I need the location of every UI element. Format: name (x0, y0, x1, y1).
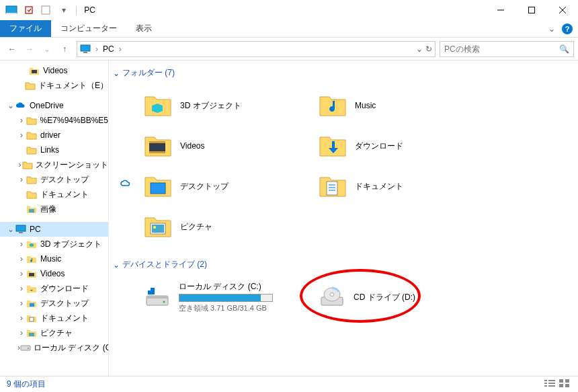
folder-item[interactable]: Videos (113, 126, 288, 166)
tree-caret-icon[interactable]: › (17, 160, 22, 169)
tree-caret-icon[interactable]: › (17, 313, 26, 323)
breadcrumb-pc[interactable]: PC (103, 44, 114, 54)
refresh-icon[interactable]: ↻ (425, 44, 432, 54)
drives-header-label: デバイスとドライブ (2) (122, 259, 207, 270)
folders-header-label: フォルダー (7) (122, 67, 175, 79)
address-bar[interactable]: › PC › ⌄ ↻ (77, 41, 436, 57)
ribbon-expand-icon[interactable]: ⌄ (548, 24, 555, 34)
tree-item[interactable]: ›ローカル ディスク (C (0, 340, 108, 355)
chevron-right-icon[interactable]: › (95, 44, 98, 54)
tab-view[interactable]: 表示 (126, 20, 161, 37)
tree-item[interactable]: ›スクリーンショット (0, 157, 108, 172)
folder-item[interactable]: ピクチャ (113, 206, 288, 247)
tree-item[interactable]: ⌄OneDrive (0, 98, 108, 113)
tree-item-label: driver (40, 130, 60, 140)
window-title: PC (84, 5, 95, 15)
address-actions: ⌄ ↻ (416, 44, 432, 54)
folder-item[interactable]: デスクトップ (113, 166, 288, 206)
tree-item[interactable]: 画像 (0, 202, 108, 217)
tree-item[interactable]: ›Music (0, 251, 108, 266)
address-dropdown-icon[interactable]: ⌄ (416, 44, 423, 54)
folder-item-label: ドキュメント (355, 181, 403, 192)
tree-item[interactable]: ›driver (0, 128, 108, 143)
tree-item-label: スクリーンショット (36, 159, 108, 171)
tree-caret-icon[interactable]: › (17, 254, 26, 264)
qat-caret-icon[interactable]: ▾ (56, 3, 71, 17)
svg-rect-8 (81, 45, 90, 51)
qat-properties-icon[interactable] (22, 3, 36, 17)
tree-caret-icon[interactable]: › (17, 175, 26, 184)
folder-item[interactable]: ダウンロード (288, 126, 462, 166)
tab-computer[interactable]: コンピューター (51, 20, 126, 37)
tree-item[interactable]: ›デスクトップ (0, 296, 108, 311)
drive-info: CD ドライブ (D:) (354, 292, 415, 303)
tree-caret-icon[interactable]: › (17, 299, 26, 308)
nav-forward-button[interactable]: → (22, 41, 38, 57)
folder-icon (26, 115, 38, 126)
maximize-button[interactable] (516, 0, 547, 20)
tree-item-label: %E7%94%BB%E5 (40, 116, 108, 125)
tree-caret-icon[interactable]: › (17, 239, 26, 249)
drive-label: CD ドライブ (D:) (354, 292, 415, 303)
nav-back-button[interactable]: ← (4, 41, 20, 57)
folder-item[interactable]: Music (288, 85, 462, 126)
folder-desk-icon (26, 298, 38, 309)
breadcrumb[interactable]: › PC › (80, 44, 124, 54)
drive-item[interactable]: CD ドライブ (D:) (288, 277, 462, 317)
svg-rect-46 (565, 379, 569, 383)
folder-item[interactable]: ドキュメント (288, 166, 462, 206)
folder-music-icon (26, 253, 38, 264)
drives-group-header[interactable]: ⌄ デバイスとドライブ (2) (113, 259, 574, 270)
tree-item[interactable]: ドキュメント（E） (0, 78, 108, 93)
tree-caret-icon[interactable]: › (17, 130, 26, 140)
folder-item[interactable]: 3D オブジェクト (113, 85, 288, 126)
qat-dropdown-icon[interactable] (39, 3, 54, 17)
nav-up-button[interactable]: ↑ (56, 41, 73, 57)
tree-caret-icon[interactable]: › (17, 284, 26, 293)
close-button[interactable] (547, 0, 578, 20)
search-box[interactable]: 🔍 (440, 41, 574, 57)
details-view-icon[interactable] (543, 378, 556, 391)
svg-point-30 (153, 226, 156, 229)
folder-pic-icon (26, 204, 38, 214)
tree-caret-icon[interactable]: › (17, 116, 26, 125)
svg-rect-45 (559, 379, 563, 383)
tree-item-label: Videos (40, 269, 65, 278)
tree-caret-icon[interactable]: ⌄ (7, 225, 15, 234)
tree-item[interactable]: ›3D オブジェクト (0, 237, 108, 251)
search-icon[interactable]: 🔍 (559, 44, 569, 54)
folder-video-icon (28, 65, 40, 76)
folders-group-header[interactable]: ⌄ フォルダー (7) (113, 67, 574, 79)
folder-item-label: 3D オブジェクト (180, 100, 241, 112)
view-mode-buttons (543, 378, 571, 391)
search-input[interactable] (444, 44, 559, 54)
drive-item[interactable]: ローカル ディスク (C:)空き領域 3.71 GB/31.4 GB (113, 277, 288, 317)
svg-rect-3 (42, 6, 50, 14)
folder-icon (26, 189, 38, 200)
tree-item[interactable]: ›ダウンロード (0, 281, 108, 296)
help-icon[interactable]: ? (562, 24, 573, 34)
folder-item-label: ダウンロード (355, 141, 403, 152)
tree-item[interactable]: ›ピクチャ (0, 325, 108, 340)
svg-rect-0 (6, 6, 17, 13)
explorer-icon (4, 3, 19, 17)
large-icons-view-icon[interactable] (558, 378, 571, 391)
tree-caret-icon[interactable]: › (17, 328, 26, 338)
tree-item[interactable]: ドキュメント (0, 187, 108, 202)
tree-item[interactable]: Videos (0, 63, 108, 78)
minimize-button[interactable] (485, 0, 516, 20)
tree-item[interactable]: ›デスクトップ (0, 172, 108, 187)
nav-history-dropdown[interactable]: ⌄ (39, 41, 55, 57)
nav-bar: ← → ⌄ ↑ › PC › ⌄ ↻ 🔍 (0, 38, 578, 61)
svg-rect-21 (149, 141, 165, 143)
tree-item[interactable]: Links (0, 143, 108, 157)
tab-file[interactable]: ファイル (0, 20, 51, 37)
tree-item-label: ダウンロード (40, 283, 89, 295)
chevron-right-icon[interactable]: › (119, 44, 122, 54)
tree-caret-icon[interactable]: › (17, 269, 26, 278)
tree-caret-icon[interactable]: ⌄ (7, 101, 15, 110)
tree-item[interactable]: ›Videos (0, 266, 108, 281)
tree-item[interactable]: ⌄PC (0, 222, 108, 237)
tree-item[interactable]: ›ドキュメント (0, 311, 108, 325)
tree-item[interactable]: ›%E7%94%BB%E5 (0, 113, 108, 128)
